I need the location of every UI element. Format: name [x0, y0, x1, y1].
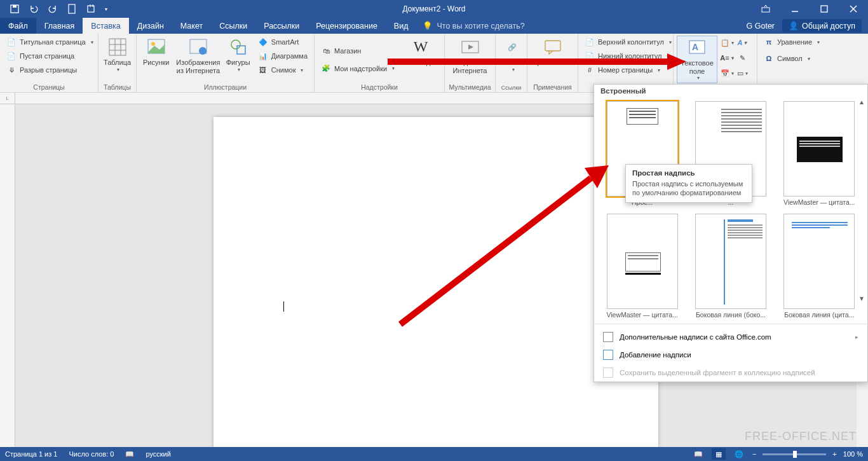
svg-rect-8: [821, 6, 827, 12]
cover-page-button[interactable]: 📄Титульная страница: [3, 36, 97, 48]
shapes-label: Фигуры: [226, 58, 250, 67]
share-label: Общий доступ: [802, 22, 855, 31]
symbol-button[interactable]: ΩСимвол: [761, 52, 823, 65]
group-comments-label: Примечания: [531, 83, 574, 92]
group-pages-label: Страницы: [3, 83, 95, 92]
qat-new-doc-icon[interactable]: [64, 1, 80, 17]
status-page[interactable]: Страница 1 из 1: [5, 450, 57, 458]
gallery-thumb-3[interactable]: ViewMaster — цитата...: [778, 100, 861, 207]
quick-parts-button[interactable]: 📋: [720, 36, 734, 50]
store-icon: 🛍: [321, 46, 331, 56]
office-icon: [603, 332, 613, 342]
gallery-scroll-up[interactable]: ▲: [857, 99, 866, 200]
status-proofing-icon[interactable]: 📖: [125, 450, 134, 458]
tab-design[interactable]: Дизайн: [129, 18, 172, 34]
header-icon: 📄: [585, 37, 595, 47]
gallery-more-office[interactable]: Дополнительные надписи с сайта Office.co…: [594, 328, 867, 346]
share-button[interactable]: 👤 Общий доступ: [782, 19, 862, 32]
svg-rect-1: [13, 5, 17, 8]
gallery-thumb-6[interactable]: Боковая линия (цита...: [778, 212, 861, 320]
tell-me-search[interactable]: 💡 Что вы хотите сделать?: [423, 18, 524, 34]
pictures-button[interactable]: Рисунки: [140, 36, 172, 83]
symbol-icon: Ω: [764, 53, 774, 64]
group-addins-label: Надстройки: [318, 83, 441, 92]
thumb-label: ViewMaster — цитата...: [606, 311, 677, 319]
svg-rect-21: [237, 46, 245, 54]
touch-mode-icon[interactable]: [83, 1, 99, 17]
view-print-layout[interactable]: ▦: [712, 448, 726, 460]
gallery-draw-textbox[interactable]: Добавление надписи: [594, 346, 867, 364]
screenshot-button[interactable]: 🖼Снимок: [255, 64, 311, 76]
gallery-save-label: Сохранить выделенный фрагмент в коллекци…: [620, 369, 815, 376]
close-icon[interactable]: [839, 0, 868, 18]
tab-layout[interactable]: Макет: [172, 18, 211, 34]
blank-page-icon: 📄: [6, 51, 17, 61]
store-button[interactable]: 🛍Магазин: [318, 45, 398, 57]
annotation-arrow-diagonal: [394, 165, 610, 331]
maximize-icon[interactable]: [810, 0, 839, 18]
view-read-mode[interactable]: 📖: [691, 448, 705, 460]
svg-line-28: [400, 178, 591, 324]
shapes-button[interactable]: Фигуры: [224, 36, 252, 83]
ribbon-options-icon[interactable]: [751, 0, 780, 18]
signature-line-button[interactable]: ✎: [735, 51, 749, 65]
tab-home[interactable]: Главная: [36, 18, 83, 34]
gallery-thumb-4[interactable]: ViewMaster — цитата...: [600, 212, 684, 320]
wordart-button[interactable]: A: [735, 36, 749, 50]
draw-textbox-icon: [603, 350, 613, 360]
tab-insert[interactable]: Вставка: [83, 18, 128, 34]
tab-references[interactable]: Ссылки: [211, 18, 255, 34]
blank-page-button[interactable]: 📄Пустая страница: [3, 50, 97, 62]
status-words[interactable]: Число слов: 0: [69, 450, 114, 458]
drop-cap-button[interactable]: A≡: [720, 51, 734, 65]
vertical-ruler[interactable]: [0, 104, 15, 447]
svg-marker-27: [667, 53, 686, 70]
header-button[interactable]: 📄Верхний колонтитул: [581, 36, 675, 48]
undo-icon[interactable]: [25, 1, 42, 17]
tab-review[interactable]: Рецензирование: [308, 18, 386, 34]
my-addins-button[interactable]: 🧩Мои надстройки: [318, 62, 398, 75]
zoom-slider[interactable]: [763, 453, 826, 455]
thumb-label: Боковая линия (боко...: [696, 311, 766, 319]
pictures-icon: [146, 37, 166, 57]
table-label: Таблица: [104, 58, 131, 67]
online-pictures-button[interactable]: Изображения из Интернета: [175, 36, 221, 83]
page-break-button[interactable]: ⤋Разрыв страницы: [3, 64, 97, 76]
shapes-icon: [228, 37, 248, 57]
zoom-level[interactable]: 100 %: [843, 450, 863, 458]
watermark: FREE-OFFICE.NET: [745, 430, 857, 443]
header-label: Верхний колонтитул: [598, 38, 664, 46]
status-language[interactable]: русский: [146, 450, 170, 458]
svg-point-20: [231, 40, 240, 49]
table-button[interactable]: Таблица: [102, 36, 133, 83]
blank-page-label: Пустая страница: [20, 52, 74, 60]
gallery-scroll-down[interactable]: ▼: [857, 200, 866, 302]
thumb-label: ViewMaster — цитата...: [783, 198, 855, 206]
zoom-in-button[interactable]: +: [832, 450, 836, 458]
equation-button[interactable]: πУравнение: [761, 36, 823, 48]
group-tables-label: Таблицы: [102, 83, 133, 92]
gallery-thumb-5[interactable]: Боковая линия (боко...: [689, 212, 772, 320]
save-icon[interactable]: [6, 1, 23, 17]
view-web-layout[interactable]: 🌐: [732, 448, 746, 460]
tooltip-body: Простая надпись с используемым по умолча…: [632, 179, 745, 198]
user-name[interactable]: G Goter: [747, 22, 775, 31]
object-button[interactable]: ▭: [735, 66, 749, 80]
zoom-out-button[interactable]: −: [752, 450, 756, 458]
redo-icon[interactable]: [44, 1, 61, 17]
online-pictures-icon: [188, 37, 208, 57]
svg-point-19: [199, 47, 207, 55]
equation-label: Уравнение: [777, 38, 812, 46]
minimize-icon[interactable]: [780, 0, 810, 18]
date-time-button[interactable]: 📅: [720, 66, 734, 80]
gallery-draw-label: Добавление надписи: [620, 351, 691, 359]
tab-view[interactable]: Вид: [386, 18, 417, 34]
tab-mailings[interactable]: Рассылки: [255, 18, 308, 34]
qat-customize-icon[interactable]: ▾: [102, 1, 111, 17]
tab-file[interactable]: Файл: [0, 18, 36, 34]
lightbulb-icon: 💡: [423, 21, 433, 31]
smartart-button[interactable]: 🔷SmartArt: [255, 36, 311, 48]
screenshot-icon: 🖼: [258, 65, 268, 75]
ruler-corner: L: [0, 93, 15, 104]
chart-button[interactable]: 📊Диаграмма: [255, 50, 311, 62]
